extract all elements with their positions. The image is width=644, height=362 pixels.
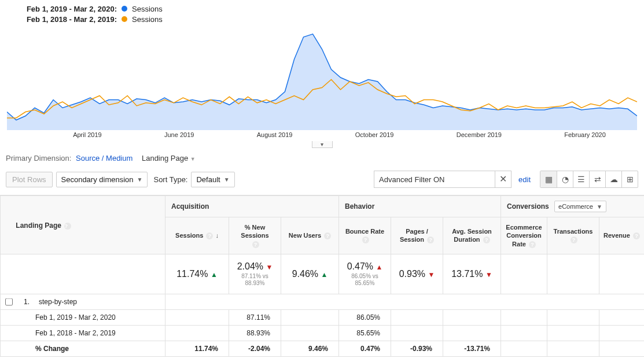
view-mode-icons: ▦ ◔ ☰ ⇄ ☁ ⊞ [540, 171, 638, 188]
chart-legend: Feb 1, 2019 - Mar 2, 2020: Sessions Feb … [0, 0, 644, 24]
conversions-select[interactable]: eCommerce ▼ [554, 201, 606, 212]
summary-row: 11.74% ▲ 2.04% ▼87.11% vs 88.93% 9.46% ▲… [1, 254, 645, 294]
dim-source-medium[interactable]: Source / Medium [76, 154, 133, 162]
col-sessions[interactable]: Sessions ?↓ [165, 217, 229, 254]
report-table: Landing Page ? Acquisition Behavior Conv… [0, 195, 644, 357]
chart-x-axis: April 2019 June 2019 August 2019 October… [7, 131, 637, 138]
legend-range-current: Feb 1, 2019 - Mar 2, 2020: [17, 5, 122, 13]
plot-rows-button: Plot Rows [6, 172, 53, 187]
row-checkbox[interactable] [5, 298, 13, 305]
legend-dot-previous [122, 16, 127, 22]
table-row-pct-change: % Change 11.74% -2.04% 9.46% 0.47% -0.93… [1, 341, 645, 356]
col-revenue[interactable]: Revenue ? [599, 217, 644, 254]
chart-collapse-handle[interactable]: ▾ [312, 141, 333, 148]
col-duration[interactable]: Avg. Session Duration ? [443, 217, 501, 254]
table-row[interactable]: 1.step-by-step [1, 294, 645, 309]
group-acquisition: Acquisition [165, 196, 339, 217]
group-conversions: Conversions eCommerce ▼ [501, 196, 644, 217]
secondary-dimension-select[interactable]: Secondary dimension▼ [56, 172, 148, 187]
pie-view-icon[interactable]: ◔ [557, 171, 573, 187]
table-toolbar: Plot Rows Secondary dimension▼ Sort Type… [0, 167, 644, 195]
edit-filter-link[interactable]: edit [518, 175, 531, 184]
term-cloud-icon[interactable]: ☁ [605, 171, 621, 187]
legend-range-previous: Feb 1, 2018 - Mar 2, 2019: [17, 15, 122, 24]
bar-view-icon[interactable]: ☰ [573, 171, 589, 187]
table-view-icon[interactable]: ▦ [540, 171, 557, 187]
table-row-range2: Feb 1, 2018 - Mar 2, 2019 88.93% 85.65% [1, 325, 645, 341]
col-bounce[interactable]: Bounce Rate? [339, 217, 391, 254]
col-pps[interactable]: Pages / Session ? [391, 217, 443, 254]
col-new-users[interactable]: New Users ? [281, 217, 339, 254]
table-row-range1: Feb 1, 2019 - Mar 2, 2020 87.11% 86.05% [1, 309, 645, 325]
dim-landing-page[interactable]: Landing Page ▼ [142, 154, 196, 162]
comparison-view-icon[interactable]: ⇄ [589, 171, 605, 187]
sessions-chart[interactable]: April 2019 June 2019 August 2019 October… [0, 24, 644, 148]
col-ecr[interactable]: Ecommerce Conversion Rate ? [501, 217, 547, 254]
legend-dot-current [122, 6, 127, 12]
clear-filter-icon[interactable]: ✕ [495, 171, 511, 187]
sort-type-select[interactable]: Default▼ [191, 172, 234, 187]
col-trans[interactable]: Transactions? [547, 217, 599, 254]
legend-metric-previous: Sessions [132, 15, 163, 24]
group-behavior: Behavior [339, 196, 501, 217]
advanced-filter-box[interactable]: Advanced Filter ON ✕ [374, 171, 511, 188]
legend-metric-current: Sessions [132, 5, 163, 13]
primary-dimension-bar: Primary Dimension: Source / Medium Landi… [0, 148, 644, 167]
col-landing-page[interactable]: Landing Page ? [1, 196, 165, 254]
col-pct-new[interactable]: % New Sessions? [229, 217, 281, 254]
pivot-view-icon[interactable]: ⊞ [621, 171, 638, 187]
